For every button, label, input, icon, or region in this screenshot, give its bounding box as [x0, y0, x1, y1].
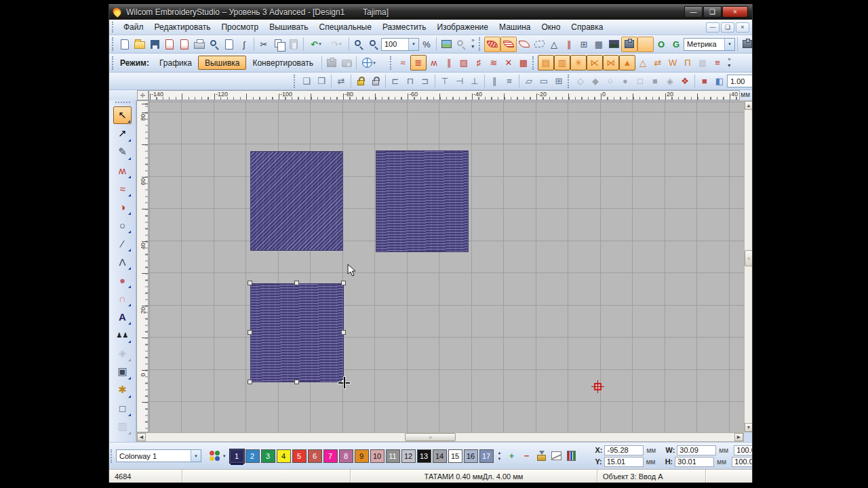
fancy-fill-9-button[interactable]: W [665, 56, 680, 70]
color-swatch-8[interactable]: 8 [339, 449, 353, 463]
open-object-button[interactable]: O [654, 37, 669, 52]
scroll-up-button[interactable]: ▲ [745, 101, 753, 110]
fancy-fill-12-button[interactable]: ≡ [710, 56, 725, 70]
align-bottom-button[interactable]: ⊥ [467, 74, 482, 89]
punch-tool-button[interactable]: ʃ [237, 37, 252, 52]
chevron-down-icon[interactable]: ▾ [724, 39, 734, 50]
motif-fill-button[interactable]: ▩ [516, 56, 531, 70]
closed-shape-tool[interactable]: ○ [113, 216, 132, 234]
colorway-combo[interactable]: Colorway 1 ▾ [116, 449, 201, 462]
print-preview-button[interactable] [207, 37, 222, 52]
scroll-right-button[interactable]: ▶ [734, 433, 743, 441]
knife-tool[interactable]: ✎ [113, 143, 132, 161]
fancy-fill-3-button[interactable]: ✳ [570, 55, 587, 70]
color-swatch-5[interactable]: 5 [292, 449, 307, 463]
freehand-open-tool[interactable]: ʍ [113, 161, 132, 179]
window-minimize-button[interactable]: — [684, 6, 703, 18]
menu-window[interactable]: Окно [536, 21, 566, 33]
color-swatch-16[interactable]: 16 [464, 449, 478, 463]
circle-tool[interactable]: ● [113, 271, 132, 289]
array-button[interactable]: ⊞ [551, 74, 566, 89]
offset-outline-button[interactable]: ◧ [712, 74, 727, 89]
color-swatch-11[interactable]: 11 [386, 449, 400, 463]
satin-column-button[interactable]: ∥ [441, 56, 456, 70]
selection-handle[interactable] [341, 330, 346, 335]
toolbar-overflow-1[interactable]: »▾ [469, 37, 477, 52]
menu-machine[interactable]: Машина [494, 21, 536, 33]
align-right-button[interactable]: ⊐ [418, 74, 433, 89]
new-design-button[interactable] [117, 37, 132, 52]
selection-handle[interactable] [248, 330, 252, 335]
menu-file[interactable]: Файл [118, 21, 149, 33]
zoom-percent-button[interactable]: % [419, 37, 434, 52]
chevron-down-icon[interactable]: ▾ [408, 39, 418, 50]
no-fill-button[interactable] [549, 449, 564, 464]
regenerate-button[interactable]: G [669, 37, 684, 52]
run-stitch-button[interactable]: ≈ [395, 56, 410, 70]
selection-handle[interactable] [341, 281, 346, 285]
colorways-button[interactable] [637, 37, 654, 52]
selection-handle[interactable] [248, 281, 252, 285]
horizontal-scrollbar[interactable]: ◀ ≡ ▶ [136, 432, 744, 442]
ruler-origin-button[interactable]: ✛ [137, 90, 149, 100]
grid-button[interactable]: ⊞ [576, 37, 591, 52]
selection-handle[interactable] [294, 281, 299, 285]
input-line-tool[interactable]: ∕ [113, 235, 132, 252]
fancy-fill-1-button[interactable]: ▤ [538, 55, 554, 70]
cross-stitch-button[interactable]: ✕ [501, 56, 516, 70]
color-swatch-17[interactable]: 17 [479, 449, 494, 463]
color-wheel-tool[interactable]: ◑ [113, 198, 132, 216]
create-border-button[interactable]: ▱ [521, 74, 536, 89]
fancy-fill-2-button[interactable]: ▥ [554, 55, 570, 70]
pattern-fill-button[interactable]: ▨ [456, 56, 471, 70]
menu-edit[interactable]: Редактировать [149, 21, 216, 33]
insert-design-button[interactable] [162, 37, 177, 52]
color-swatch-4[interactable]: 4 [277, 449, 291, 463]
satin-fill-button[interactable] [484, 37, 500, 52]
window-maximize-button[interactable]: ❏ [703, 6, 722, 18]
input-angle-tool[interactable]: Λ [113, 253, 132, 270]
scale-y-field[interactable] [732, 457, 753, 467]
reshape-tool[interactable]: ↗ [113, 125, 132, 142]
save-design-button[interactable] [147, 37, 162, 52]
freeform-shape-button[interactable] [532, 37, 547, 52]
align-center-button[interactable]: ⊓ [403, 74, 418, 89]
selection-handle[interactable] [248, 380, 252, 384]
tatami-stitch-button[interactable]: ≣ [410, 55, 427, 70]
zoom-tool-button[interactable] [351, 37, 366, 52]
space-vertical-button[interactable]: ≡ [502, 74, 517, 89]
ungroup-button[interactable]: ❒ [314, 74, 329, 89]
color-swatch-9[interactable]: 9 [355, 449, 369, 463]
machine-connect-button[interactable] [621, 37, 637, 52]
metric-combo[interactable]: Метрика▾ [684, 38, 735, 51]
mode-graphics-button[interactable]: Графика [153, 56, 198, 70]
group-button[interactable]: ❑ [299, 74, 314, 89]
mdi-restore-button[interactable]: ❏ [721, 22, 734, 33]
grid-guides-button[interactable]: ▦ [591, 37, 606, 52]
copy-button[interactable] [271, 37, 286, 52]
color-swatch-13[interactable]: 13 [417, 449, 431, 463]
zoom-level-combo[interactable]: 100▾ [381, 38, 419, 51]
export-design-button[interactable] [177, 37, 192, 52]
rectangle-tool[interactable]: □ [113, 399, 132, 417]
color-swatch-2[interactable]: 2 [245, 449, 260, 463]
toolbar-overflow-3[interactable]: »▾ [725, 56, 734, 70]
color-swatch-12[interactable]: 12 [401, 449, 416, 463]
menu-help[interactable]: Справка [566, 21, 608, 33]
unlock-button[interactable] [368, 74, 383, 89]
add-color-button[interactable]: + [504, 449, 519, 464]
mode-embroidery-button[interactable]: Вышивка [198, 56, 247, 70]
branch-button[interactable]: ⇄ [334, 74, 349, 89]
fancy-fill-6-button[interactable]: ▲ [619, 55, 635, 70]
bitmap-view-button[interactable] [606, 37, 621, 52]
color-swatch-1[interactable]: 1 [230, 449, 244, 463]
mdi-minimize-button[interactable]: — [706, 22, 719, 33]
colorway-editor-button[interactable] [207, 449, 222, 464]
scroll-left-button[interactable]: ◀ [137, 433, 146, 441]
scale-x-field[interactable] [734, 445, 753, 455]
menu-image[interactable]: Изображение [431, 21, 494, 33]
remove-color-button[interactable]: − [519, 449, 534, 464]
fancy-fill-10-button[interactable]: Π [680, 56, 695, 70]
design-properties-button[interactable] [222, 37, 237, 52]
mode-convert-button[interactable]: Конвертировать [246, 56, 319, 70]
